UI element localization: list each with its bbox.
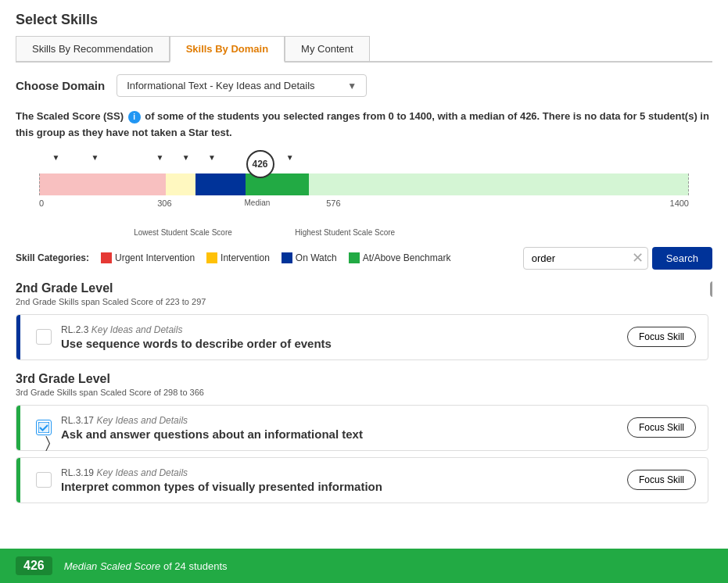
info-icon[interactable]: i [128,111,141,123]
skill-bar-blue [16,315,20,359]
dashed-line-left [39,173,40,195]
legend-title: Skill Categories: [16,252,89,263]
skill-checkbox-rl-3-19[interactable] [36,472,52,488]
arrow-1: ▼ [52,153,60,162]
tab-mycontent[interactable]: My Content [285,36,369,61]
grade-section-2nd: 2nd Grade Level 2nd Grade Skills span Sc… [16,281,708,360]
onwatch-color-swatch [282,252,292,263]
arrow-4: ▼ [182,153,190,162]
skill-content-rl-3-19: RL.3.19 Key Ideas and Details Interpret … [61,467,627,493]
at-above-color-swatch [349,252,360,263]
legend-at-above-label: At/Above Benchmark [363,252,451,263]
seg-intervention [166,173,195,195]
scale-lowest-label: 306 [157,199,171,208]
skill-code-rl-2-3: RL.2.3 Key Ideas and Details [61,324,627,335]
info-no-data: 5 student(s) [640,110,698,122]
search-button[interactable]: Search [652,247,712,270]
choose-domain-label: Choose Domain [16,79,105,92]
grade-3rd-subtitle: 3rd Grade Skills span Scaled Score of 29… [16,388,708,397]
scrollbar-thumb[interactable] [710,281,712,297]
skill-name-rl-3-19: Interpret common types of visually prese… [61,480,627,493]
skill-checkbox-rl-2-3[interactable] [36,329,52,345]
skill-legend: Skill Categories: Urgent Intervention In… [16,252,450,263]
checkmark-icon [38,422,49,433]
scale-highest-label: 576 [326,199,340,208]
domain-value: Informational Text - Key Ideas and Detai… [127,80,314,91]
median-bubble: 426 [246,150,274,178]
info-range: 0 to 1400 [389,110,432,122]
skill-checkbox-rl-3-17[interactable] [36,420,52,435]
skill-name-rl-2-3: Use sequence words to describe order of … [61,337,627,350]
legend-at-above: At/Above Benchmark [349,252,451,263]
focus-skill-btn-rl-3-17[interactable]: Focus Skill [627,417,696,438]
grade-2nd-subtitle: 2nd Grade Skills span Scaled Score of 22… [16,297,708,306]
grade-3rd-title: 3rd Grade Level [16,372,708,386]
skill-item-rl-3-17: RL.3.17 Key Ideas and Details Ask and an… [16,405,708,451]
dashed-line-right [688,173,689,195]
focus-skill-btn-rl-3-19[interactable]: Focus Skill [627,470,696,490]
arrow-7: ▼ [286,153,294,162]
domain-dropdown[interactable]: Informational Text - Key Ideas and Detai… [117,74,367,97]
skill-bar-green-1 [16,406,20,450]
legend-onwatch-label: On Watch [296,252,337,263]
seg-onwatch [195,173,246,195]
skills-content-area: 2nd Grade Level 2nd Grade Skills span Sc… [16,281,712,546]
legend-onwatch: On Watch [282,252,337,263]
urgent-color-swatch [101,252,112,263]
skill-content-rl-2-3: RL.2.3 Key Ideas and Details Use sequenc… [61,324,627,350]
arrow-5: ▼ [208,153,216,162]
legend-urgent-label: Urgent Intervention [115,252,195,263]
info-median: 426 [520,110,537,122]
skill-content-rl-3-17: RL.3.17 Key Ideas and Details Ask and an… [61,415,627,441]
legend-search-row: Skill Categories: Urgent Intervention In… [16,247,712,270]
info-suffix1: of some of the students you selected ran… [142,110,389,122]
skill-code-rl-3-19: RL.3.19 Key Ideas and Details [61,467,627,478]
info-prefix: The Scaled Score (SS) [16,110,127,122]
intervention-color-swatch [206,252,217,263]
tabs-container: Skills By Recommendation Skills By Domai… [16,36,712,63]
legend-intervention-label: Intervention [221,252,270,263]
skill-item-rl-2-3: RL.2.3 Key Ideas and Details Use sequenc… [16,314,708,360]
legend-intervention: Intervention [206,252,270,263]
info-suffix3: . There is no data for [537,110,640,122]
chevron-down-icon: ▼ [347,80,357,91]
clear-icon[interactable]: ✕ [632,249,644,266]
info-suffix2: , with a median of [432,110,520,122]
grade-2nd-title: 2nd Grade Level [16,281,708,295]
arrow-2: ▼ [91,153,99,162]
skill-bar-green-2 [16,458,20,503]
search-input[interactable] [523,247,648,270]
median-score-badge: 426 [16,556,52,558]
scale-max-label: 1400 [670,199,689,208]
tab-domain[interactable]: Skills By Domain [170,36,285,63]
seg-urgent [39,173,166,195]
scale-min-label: 0 [39,199,44,208]
bottom-bar: 426 Median Scaled Score of 24 students [0,549,728,558]
choose-domain-row: Choose Domain Informational Text - Key I… [16,74,712,97]
focus-skill-btn-rl-2-3[interactable]: Focus Skill [627,327,696,347]
highest-sub: Highest Student Scale Score [295,228,395,237]
skill-item-rl-3-19: RL.3.19 Key Ideas and Details Interpret … [16,457,708,503]
arrow-3: ▼ [156,153,164,162]
search-box: ✕ Search [523,247,712,270]
tab-recommendation[interactable]: Skills By Recommendation [16,36,170,61]
grade-section-3rd: 3rd Grade Level 3rd Grade Skills span Sc… [16,372,708,503]
skill-code-rl-3-17: RL.3.17 Key Ideas and Details [61,415,627,426]
scale-container: ▼ ▼ ▼ ▼ ▼ ▼ ▼ 426 0 306 [16,153,712,239]
legend-urgent: Urgent Intervention [101,252,195,263]
skill-name-rl-3-17: Ask and answer questions about an inform… [61,427,627,441]
info-text: The Scaled Score (SS) i of some of the s… [16,109,712,141]
select-skills-title: Select Skills [16,12,712,28]
scale-median-label: Median [245,199,271,207]
seg-above-light [309,173,689,195]
lowest-sub: Lowest Student Scale Score [134,228,232,237]
